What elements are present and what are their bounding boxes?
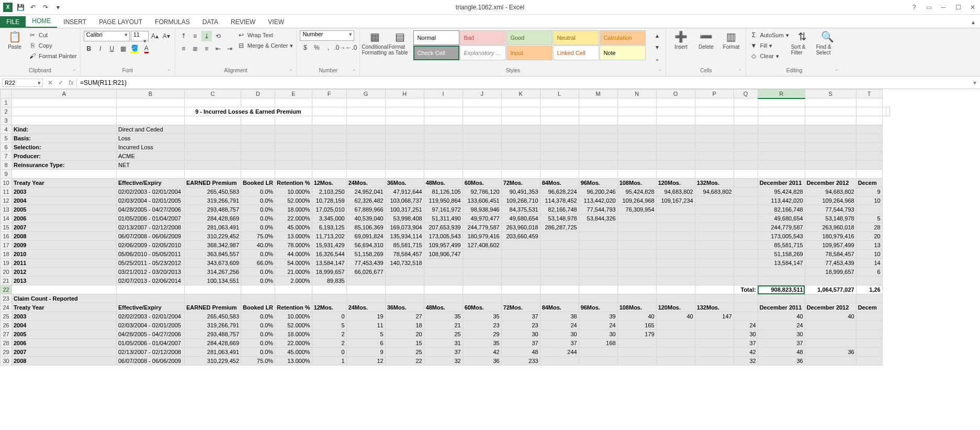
cell-C6[interactable] (185, 143, 241, 152)
cell-H3[interactable] (385, 116, 424, 125)
close-button[interactable]: ✕ (967, 2, 978, 13)
cell-J14[interactable]: 49,970,477 (463, 214, 501, 223)
cell-H30[interactable]: 22 (385, 357, 424, 366)
cell-A3[interactable] (12, 116, 117, 125)
cell-G20[interactable]: 66,026,677 (346, 268, 385, 277)
cell-I17[interactable]: 109,957,499 (424, 241, 463, 250)
cell-F26[interactable]: 5 (312, 321, 346, 330)
col-header-S[interactable]: S (805, 90, 856, 98)
cell-K30[interactable]: 233 (501, 357, 540, 366)
cell-I15[interactable]: 207,653,939 (424, 223, 463, 232)
cell-H24[interactable]: 36Mos. (385, 303, 424, 312)
cell-D18[interactable]: 0.0% (241, 250, 275, 259)
cell-C16[interactable]: 310,229,452 (185, 232, 241, 241)
cell-F7[interactable] (312, 152, 346, 161)
cell-Q27[interactable]: 30 (734, 330, 758, 339)
cell-D1[interactable] (241, 98, 275, 107)
row-header-10[interactable]: 10 (1, 179, 12, 188)
cell-J18[interactable] (463, 250, 501, 259)
cell-J13[interactable]: 98,938,946 (463, 205, 501, 214)
cell-Q16[interactable] (734, 232, 758, 241)
cell-T1[interactable] (856, 98, 882, 107)
cell-A20[interactable]: 2012 (12, 268, 117, 277)
cell-P21[interactable] (695, 277, 734, 285)
cell-C5[interactable] (185, 134, 241, 143)
cell-O8[interactable] (656, 161, 695, 170)
cell-K22[interactable] (501, 285, 540, 294)
cell-I20[interactable] (424, 268, 463, 277)
cell-P1[interactable] (695, 98, 734, 107)
cell-R23[interactable] (758, 294, 805, 303)
cell-C7[interactable] (185, 152, 241, 161)
row-header-28[interactable]: 28 (1, 339, 12, 348)
cell-J5[interactable] (463, 134, 501, 143)
cell-P27[interactable] (695, 330, 734, 339)
row-header-2[interactable]: 2 (1, 107, 12, 116)
cell-G28[interactable]: 6 (346, 339, 385, 348)
find-select-button[interactable]: 🔍Find & Select (816, 30, 839, 56)
collapse-ribbon-icon[interactable]: ▴ (966, 16, 980, 28)
cell-D29[interactable]: 0.0% (241, 348, 275, 357)
cell-M10[interactable]: 96Mos. (579, 179, 617, 188)
cell-N2[interactable] (695, 107, 734, 116)
cell-P29[interactable] (695, 348, 734, 357)
cell-N5[interactable] (617, 134, 656, 143)
cell-Q28[interactable]: 37 (734, 339, 758, 348)
cell-A4[interactable]: Kind: (12, 125, 117, 134)
cell-R18[interactable]: 51,158,269 (758, 250, 805, 259)
cell-K11[interactable]: 90,491,353 (501, 188, 540, 196)
qat-customize-icon[interactable]: ▾ (53, 3, 63, 12)
cell-L4[interactable] (540, 125, 579, 134)
cell-D2[interactable] (312, 107, 346, 116)
row-header-17[interactable]: 17 (1, 241, 12, 250)
cell-M21[interactable] (579, 277, 617, 285)
cell-R17[interactable]: 85,581,715 (758, 241, 805, 250)
cell-M27[interactable]: 30 (579, 330, 617, 339)
cell-D28[interactable]: 0.0% (241, 339, 275, 348)
paste-button[interactable]: 📋Paste (3, 30, 26, 50)
cell-I14[interactable]: 51,311,490 (424, 214, 463, 223)
name-box[interactable]: R22 (2, 79, 43, 87)
cell-S14[interactable]: 53,148,978 (805, 214, 856, 223)
row-header-30[interactable]: 30 (1, 357, 12, 366)
cell-M30[interactable] (579, 357, 617, 366)
cell-P26[interactable] (695, 321, 734, 330)
cell-M19[interactable] (579, 259, 617, 268)
cell-S23[interactable] (805, 294, 856, 303)
cell-R14[interactable]: 49,680,654 (758, 214, 805, 223)
row-header-8[interactable]: 8 (1, 161, 12, 170)
help-button[interactable]: ? (909, 2, 919, 13)
cell-L25[interactable]: 38 (540, 312, 579, 321)
align-right-button[interactable]: ≡ (201, 43, 212, 54)
cell-G12[interactable]: 62,326,482 (346, 196, 385, 205)
cell-S9[interactable] (805, 170, 856, 179)
cell-Q6[interactable] (734, 143, 758, 152)
cell-D12[interactable]: 0.0% (241, 196, 275, 205)
cell-O30[interactable] (656, 357, 695, 366)
cell-N14[interactable] (617, 214, 656, 223)
cell-L24[interactable]: 84Mos. (540, 303, 579, 312)
cell-G16[interactable]: 69,091,824 (346, 232, 385, 241)
cell-I2[interactable] (501, 107, 540, 116)
cell-E16[interactable]: 13.000% (275, 232, 312, 241)
cell-R26[interactable]: 24 (758, 321, 805, 330)
row-header-23[interactable]: 23 (1, 294, 12, 303)
currency-button[interactable]: $ (300, 42, 310, 53)
row-header-3[interactable]: 3 (1, 116, 12, 125)
cell-B16[interactable]: 06/07/2008 - 06/06/2009 (117, 232, 185, 241)
dec-decimal-button[interactable]: ←.0 (346, 42, 356, 53)
cell-B9[interactable] (117, 170, 185, 179)
cell-K29[interactable]: 48 (501, 348, 540, 357)
cell-K13[interactable]: 84,375,531 (501, 205, 540, 214)
cell-Q5[interactable] (734, 134, 758, 143)
cell-J27[interactable]: 29 (463, 330, 501, 339)
cell-M2[interactable] (656, 107, 695, 116)
cell-N28[interactable] (617, 339, 656, 348)
style-chip-good[interactable]: Good (506, 30, 553, 45)
cell-H5[interactable] (385, 134, 424, 143)
cell-L3[interactable] (540, 116, 579, 125)
cell-M28[interactable]: 168 (579, 339, 617, 348)
cell-G15[interactable]: 85,106,369 (346, 223, 385, 232)
cell-N1[interactable] (617, 98, 656, 107)
cell-F10[interactable]: 12Mos. (312, 179, 346, 188)
